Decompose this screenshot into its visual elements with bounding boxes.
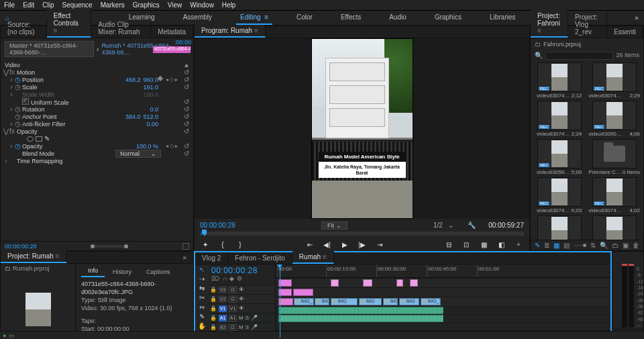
write-icon[interactable]: ✎ bbox=[535, 242, 540, 249]
reset-icon[interactable]: ↺ bbox=[182, 150, 191, 157]
bin-item[interactable]: RECvideo6307486b666…2;24 bbox=[535, 101, 584, 138]
timeline-clip[interactable] bbox=[363, 279, 372, 287]
timeline-clip[interactable]: fx IMG bbox=[359, 298, 382, 305]
timeline-clip[interactable] bbox=[410, 279, 418, 287]
stopwatch-icon[interactable]: ◷ bbox=[14, 105, 21, 113]
snap-icon[interactable]: ⌦ bbox=[211, 275, 220, 282]
hand-tool-icon[interactable]: ✋ bbox=[197, 322, 207, 330]
linked-sel-icon[interactable]: ∩ bbox=[223, 275, 227, 282]
button-editor-icon[interactable]: ＋ bbox=[513, 240, 524, 249]
bin-item[interactable]: RECvideo6307486b666…1;29 bbox=[586, 215, 642, 240]
workspace-graphics[interactable]: Graphics bbox=[431, 11, 466, 25]
go-in-icon[interactable]: ⇤ bbox=[305, 240, 315, 249]
menu-sequence[interactable]: Sequence bbox=[62, 1, 93, 9]
bin-item[interactable]: RECvideo6305042246…5;09 bbox=[535, 139, 584, 176]
antiflicker-val[interactable]: 0.00 bbox=[146, 121, 158, 128]
bin-item[interactable]: RECvideo6307486b666… bbox=[535, 215, 584, 240]
bin-item[interactable]: RECvideo6307486b666…2;29 bbox=[586, 62, 642, 99]
track-target-a2[interactable]: A2 bbox=[219, 324, 227, 331]
kf-next-icon[interactable]: ▸ bbox=[175, 77, 178, 83]
workspace-audio[interactable]: Audio bbox=[385, 11, 411, 25]
ec-zoom-slider[interactable] bbox=[91, 245, 128, 248]
eye-icon[interactable]: 👁 bbox=[239, 287, 244, 293]
video-thumb[interactable]: REC bbox=[537, 177, 582, 207]
video-thumb[interactable]: REC bbox=[592, 215, 637, 240]
timeline-clip[interactable]: fx IMG_1 bbox=[294, 298, 314, 305]
seq-tab-rumah[interactable]: Rumah bbox=[292, 251, 334, 264]
menu-file[interactable]: File bbox=[4, 1, 15, 9]
twirl-icon[interactable]: › bbox=[9, 105, 14, 113]
timeline-clip[interactable] bbox=[278, 289, 292, 296]
source-patch[interactable]: ⊡ bbox=[229, 287, 237, 293]
bin-item[interactable]: Premiere Com…0 Items bbox=[586, 139, 642, 176]
timeline-clip[interactable]: fx IMG bbox=[399, 298, 419, 305]
stopwatch-icon[interactable]: ◷ bbox=[14, 113, 21, 120]
timeline-clip[interactable]: fx IMG bbox=[383, 298, 398, 305]
timeline-clip[interactable] bbox=[278, 279, 292, 287]
timeline-clip[interactable]: fx IMG_176EM bbox=[315, 298, 329, 305]
seq-tab-fehron[interactable]: Fehron - Serdjito bbox=[228, 252, 292, 264]
checkbox-icon[interactable] bbox=[22, 98, 29, 105]
eye-icon[interactable]: 👁 bbox=[239, 296, 244, 302]
marker-icon[interactable]: ◆ bbox=[229, 275, 234, 282]
settings-icon[interactable]: ⚙ bbox=[237, 275, 242, 282]
twirl-icon[interactable]: ⋁ bbox=[3, 128, 9, 135]
sort-icon[interactable]: ⇅ bbox=[590, 242, 596, 249]
ripple-tool-icon[interactable]: ⇆ bbox=[197, 285, 207, 292]
ec-mini-clip[interactable]: 40731e55-c864-4368-b68 bbox=[153, 46, 191, 53]
reset-icon[interactable]: ↺ bbox=[182, 113, 191, 120]
menu-window[interactable]: Window bbox=[190, 1, 214, 9]
reset-icon[interactable]: ↺ bbox=[182, 120, 191, 128]
expand-all-icon[interactable]: ▲ bbox=[182, 61, 191, 68]
extract-icon[interactable]: ⊡ bbox=[461, 240, 472, 249]
keyframe-marker-icon[interactable] bbox=[158, 76, 163, 81]
bin-item[interactable]: RECvideo6307486b666…4;02 bbox=[586, 177, 642, 214]
video-thumb[interactable]: REC bbox=[592, 177, 637, 207]
wrench-icon[interactable]: 🔧 bbox=[468, 222, 476, 229]
stopwatch-icon[interactable]: ◷ bbox=[14, 120, 21, 128]
scale-val[interactable]: 191.0 bbox=[143, 84, 158, 91]
tab-project-fahroni[interactable]: Project: Fahroni bbox=[531, 10, 568, 38]
source-patch[interactable]: ⊡ bbox=[229, 324, 237, 331]
source-patch[interactable]: A1 bbox=[229, 315, 237, 322]
panel-overflow-icon[interactable]: » bbox=[176, 252, 193, 263]
add-marker-icon[interactable]: ✦ bbox=[200, 240, 211, 249]
tab-metadata[interactable]: Metadata bbox=[151, 26, 193, 38]
program-zoom-dropdown[interactable]: Fit ⌄ bbox=[321, 222, 347, 230]
tab-program[interactable]: Program: Rumah bbox=[195, 25, 266, 38]
slip-tool-icon[interactable]: ⇔ bbox=[197, 303, 207, 311]
source-patch[interactable]: V1 bbox=[229, 305, 237, 312]
reset-icon[interactable]: ↺ bbox=[182, 105, 191, 113]
reset-icon[interactable]: ↺ bbox=[182, 128, 191, 135]
clip-indicator[interactable] bbox=[629, 264, 634, 266]
twirl-icon[interactable]: › bbox=[9, 120, 14, 128]
lock-icon[interactable]: 🔒 bbox=[210, 315, 217, 321]
timeline-clip[interactable] bbox=[278, 307, 443, 314]
track-target-v1[interactable]: V1 bbox=[219, 305, 227, 312]
mask-pen-icon[interactable]: ✎ bbox=[44, 135, 50, 142]
reset-icon[interactable]: ↺ bbox=[182, 98, 191, 105]
new-item-icon[interactable]: ▣ bbox=[623, 242, 629, 249]
lock-icon[interactable]: 🔒 bbox=[210, 324, 217, 330]
twirl-icon[interactable]: › bbox=[3, 157, 9, 164]
bin-icon[interactable]: 🗀 bbox=[535, 41, 541, 48]
video-thumb[interactable]: REC bbox=[537, 62, 582, 92]
program-tc-left[interactable]: 00:00:00:28 bbox=[200, 222, 235, 229]
bin-item[interactable]: RECvideo6307486b666…6;03 bbox=[535, 177, 584, 214]
kf-add-icon[interactable]: ◇ bbox=[170, 77, 174, 83]
bin-item[interactable]: RECvideo630504246…4;06 bbox=[586, 101, 642, 138]
anchor-y[interactable]: 512.0 bbox=[143, 113, 158, 120]
eye-icon[interactable]: 👁 bbox=[239, 305, 244, 311]
kf-next-icon[interactable]: ▸ bbox=[175, 143, 178, 149]
info-tab-history[interactable]: History bbox=[106, 267, 138, 277]
thumb-zoom-slider[interactable] bbox=[574, 244, 582, 246]
voice-icon[interactable]: 🎤 bbox=[251, 324, 258, 330]
video-thumb[interactable]: REC bbox=[592, 101, 637, 130]
ec-master-dropdown[interactable]: Master * 40731e55-c864-4368-b680-… bbox=[5, 41, 94, 57]
kf-prev-icon[interactable]: ◂ bbox=[166, 143, 168, 149]
kf-prev-icon[interactable]: ◂ bbox=[166, 77, 168, 83]
workspace-editing[interactable]: Editing ≡ bbox=[236, 11, 272, 25]
tab-project-vlog2rev[interactable]: Project: Vlog 2_rev bbox=[568, 11, 607, 38]
ec-footer-timecode[interactable]: 00:00:00:28 bbox=[5, 243, 37, 250]
workspace-libraries[interactable]: Libraries bbox=[486, 11, 519, 25]
